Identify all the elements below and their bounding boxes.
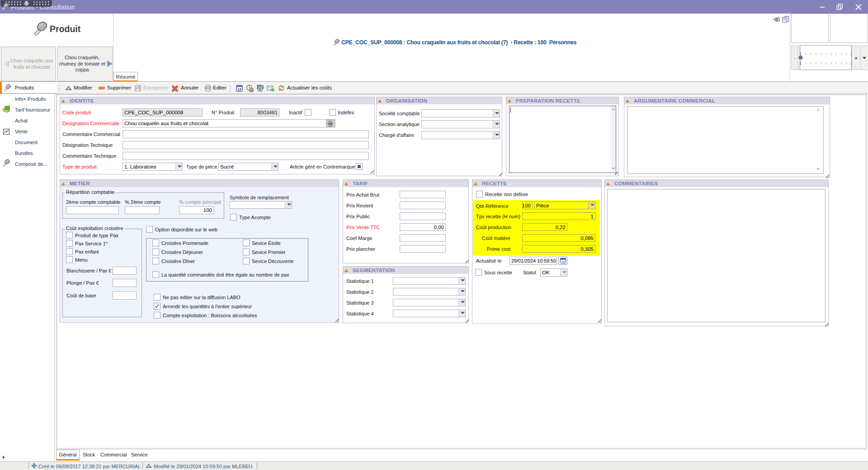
svg-text:14: 14 — [561, 260, 565, 263]
svg-text:15: 15 — [250, 89, 253, 92]
svg-text:14: 14 — [238, 88, 241, 91]
svg-text:AB: AB — [329, 122, 332, 125]
